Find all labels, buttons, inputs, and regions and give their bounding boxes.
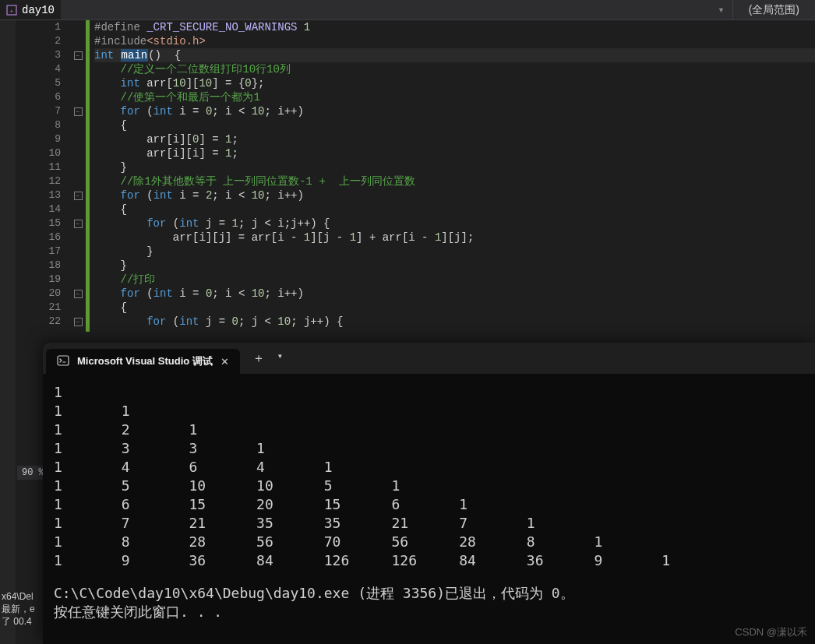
svg-rect-2 [58,356,69,365]
fold-column[interactable]: −−−−−− [70,20,86,332]
line-number-gutter: 12345678910111213141516171819202122 [16,20,70,332]
svg-text:+: + [10,7,14,14]
terminal-icon [57,354,69,369]
tab-dropdown-button[interactable]: ▾ [277,350,283,367]
fold-toggle[interactable]: − [74,318,83,326]
terminal-controls: ＋ ▾ [252,350,283,367]
cpp-file-icon: + [6,5,17,16]
build-output: x64\Del 最新，e 了 00.4 [2,590,35,628]
fold-toggle[interactable]: − [74,192,83,200]
terminal-tab[interactable]: Microsoft Visual Studio 调试 ✕ [46,349,240,374]
file-tab[interactable]: + day10 [0,0,61,19]
new-tab-button[interactable]: ＋ [252,350,265,367]
top-bar: + day10 ▾ (全局范围) [0,0,815,20]
scope-label: (全局范围) [749,3,799,17]
fold-toggle[interactable]: − [74,290,83,298]
terminal-titlebar[interactable]: Microsoft Visual Studio 调试 ✕ ＋ ▾ [43,343,815,374]
close-icon[interactable]: ✕ [221,356,229,368]
fold-toggle[interactable]: − [74,220,83,228]
code-editor[interactable]: 12345678910111213141516171819202122 −−−−… [16,20,815,332]
watermark: CSDN @潇以禾 [735,625,807,639]
left-sidebar [0,20,16,644]
code-content[interactable]: #define _CRT_SECURE_NO_WARNINGS 1#includ… [90,20,815,332]
debug-console-window[interactable]: Microsoft Visual Studio 调试 ✕ ＋ ▾ 11 11 2… [43,343,815,644]
scope-dropdown[interactable]: (全局范围) [733,0,815,19]
fold-toggle[interactable]: − [74,51,83,60]
tab-filler: ▾ [61,0,732,19]
terminal-tab-title: Microsoft Visual Studio 调试 [77,354,213,368]
file-name: day10 [22,4,55,16]
fold-toggle[interactable]: − [74,107,83,116]
tab-dropdown-icon[interactable]: ▾ [710,0,732,19]
terminal-output[interactable]: 11 11 2 11 3 3 11 4 6 4 11 5 10 10 5 11 … [43,374,815,631]
